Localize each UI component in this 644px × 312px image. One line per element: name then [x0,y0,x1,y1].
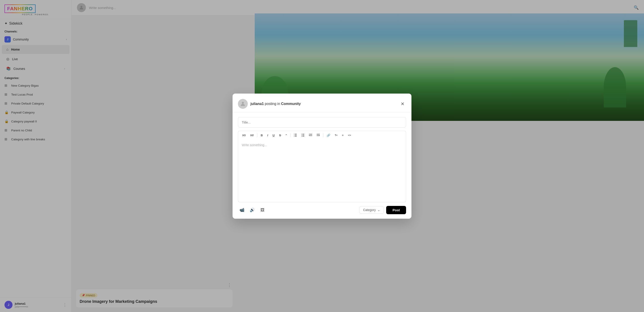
svg-marker-21 [319,135,320,136]
toolbar-ordered-list[interactable] [292,133,298,138]
modal-user-row: juliana1 posting in Community [238,99,301,109]
toolbar-align[interactable]: ≡ [340,133,345,138]
svg-rect-10 [302,136,304,137]
modal-body: H1 H2 B I U S " [232,113,412,202]
svg-rect-2 [295,134,297,134]
svg-rect-4 [295,136,297,137]
toolbar-quote[interactable]: " [284,133,288,138]
svg-rect-19 [317,135,319,135]
toolbar-italic[interactable]: I [266,133,270,138]
audio-icon: 🔊 [250,207,255,212]
modal-footer: 📹 🔊 🖼 Category ⌄ Post [232,202,412,219]
modal-posting-text: juliana1 posting in Community [250,102,301,106]
close-icon: ✕ [401,101,404,107]
svg-point-12 [302,135,302,135]
modal-channel: Community [281,102,301,106]
toolbar-divider [257,133,258,137]
image-icon: 🖼 [260,208,264,212]
toolbar-link[interactable]: 🔗 [325,133,332,138]
toolbar-indent-decrease[interactable] [308,133,314,138]
toolbar-bold[interactable]: B [259,133,264,138]
svg-point-13 [302,136,302,137]
toolbar-divider [290,133,290,137]
svg-point-1 [242,102,244,104]
svg-rect-16 [309,136,312,136]
svg-rect-18 [317,134,320,134]
svg-rect-3 [295,135,297,135]
svg-rect-5 [294,134,294,134]
editor-placeholder: Write something... [242,143,267,147]
image-button[interactable]: 🖼 [258,206,266,214]
post-button[interactable]: Post [386,206,406,214]
modal-backdrop: juliana1 posting in Community ✕ H1 H2 B … [0,0,644,312]
svg-rect-7 [294,136,294,137]
title-input[interactable] [238,117,406,128]
toolbar-h1[interactable]: H1 [241,133,247,138]
modal-actions: Category ⌄ Post [359,206,406,214]
category-chevron-icon: ⌄ [378,208,380,212]
svg-rect-20 [317,136,320,136]
modal-username: juliana1 [250,102,264,106]
toolbar-code[interactable]: <> [346,133,353,137]
audio-button[interactable]: 🔊 [248,206,256,214]
toolbar-unordered-list[interactable] [300,133,306,138]
modal-posting-in: posting in [265,102,281,106]
svg-point-11 [302,134,302,134]
editor-toolbar: H1 H2 B I U S " [238,131,406,140]
toolbar-h2[interactable]: H2 [249,133,255,138]
svg-rect-6 [294,135,294,135]
video-icon: 📹 [240,207,244,212]
toolbar-underline[interactable]: U [271,133,276,138]
svg-rect-9 [302,135,304,135]
modal-avatar [238,99,248,109]
svg-rect-14 [309,134,312,134]
modal-close-button[interactable]: ✕ [399,100,406,107]
category-label: Category [363,208,376,212]
video-button[interactable]: 📹 [238,206,246,214]
modal-header: juliana1 posting in Community ✕ [232,94,412,113]
media-buttons: 📹 🔊 🖼 [238,206,266,214]
toolbar-clear-format[interactable]: Tx [333,133,339,137]
svg-rect-8 [302,134,304,134]
toolbar-divider [323,133,323,137]
toolbar-strikethrough[interactable]: S [278,133,283,138]
category-dropdown[interactable]: Category ⌄ [359,206,384,214]
post-editor[interactable]: Write something... [238,140,406,202]
svg-rect-15 [310,135,312,135]
svg-marker-17 [309,135,310,136]
post-modal: juliana1 posting in Community ✕ H1 H2 B … [232,94,412,219]
toolbar-indent-increase[interactable] [315,133,321,138]
